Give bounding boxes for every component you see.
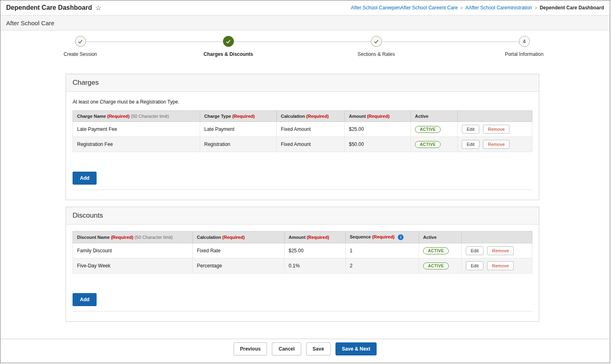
- column-header-charge-type: Charge Type (Required): [200, 111, 277, 122]
- discount-name-cell: Family Discount: [73, 243, 193, 258]
- discounts-add-row: Add: [73, 293, 532, 306]
- status-badge: ACTIVE: [423, 247, 449, 254]
- amount-cell: $25.00: [285, 243, 346, 258]
- sequence-cell: 1: [346, 243, 419, 258]
- breadcrumb-separator-icon: >: [535, 5, 537, 10]
- column-label: Amount: [289, 235, 306, 240]
- app-window: Dependent Care Dashboard ☆ After School …: [0, 0, 610, 363]
- charges-table: Charge Name (Required) (50 Character lim…: [73, 110, 532, 152]
- active-cell: ACTIVE: [419, 258, 462, 274]
- status-badge: ACTIVE: [415, 126, 441, 133]
- column-label: Calculation: [281, 114, 305, 119]
- add-charge-button[interactable]: Add: [73, 172, 97, 185]
- previous-button[interactable]: Previous: [234, 342, 267, 355]
- edit-button[interactable]: Edit: [466, 261, 483, 270]
- column-header-actions: [458, 111, 532, 122]
- required-flag: (Required): [307, 235, 329, 240]
- stepper-connector-line: [80, 42, 524, 42]
- status-badge: ACTIVE: [423, 263, 449, 269]
- column-header-charge-name: Charge Name (Required) (50 Character lim…: [73, 111, 200, 122]
- column-label: Charge Type: [204, 114, 231, 119]
- sequence-info-icon[interactable]: i: [398, 234, 404, 240]
- breadcrumb-link-2[interactable]: AAfter School Careministration: [465, 5, 532, 11]
- column-header-sequence: Sequence (Required) i: [346, 232, 419, 243]
- char-limit-note: (50 Character limit): [131, 114, 169, 119]
- remove-button[interactable]: Remove: [483, 140, 510, 149]
- top-bar: Dependent Care Dashboard ☆ After School …: [0, 0, 610, 15]
- charges-header-row: Charge Name (Required) (50 Character lim…: [73, 111, 532, 122]
- calculation-cell: Fixed Rate: [193, 243, 285, 258]
- charges-card-body: At least one Charge must be a Registrati…: [66, 92, 539, 200]
- column-header-active: Active: [419, 232, 462, 243]
- required-flag: (Required): [367, 114, 390, 119]
- column-label: Amount: [349, 114, 366, 119]
- edit-button[interactable]: Edit: [462, 140, 479, 149]
- column-header-discount-name: Discount Name (Required) (50 Character l…: [73, 232, 193, 243]
- column-header-active: Active: [411, 111, 458, 122]
- required-flag: (Required): [232, 114, 255, 119]
- column-header-calculation: Calculation (Required): [277, 111, 345, 122]
- column-label: Discount Name: [77, 235, 110, 240]
- actions-cell: Edit Remove: [458, 122, 532, 137]
- cancel-button[interactable]: Cancel: [272, 342, 301, 355]
- breadcrumb-current: Dependent Care Dashboard: [540, 5, 604, 11]
- step-portal-information[interactable]: 4 Portal Information: [475, 36, 573, 57]
- discount-name-cell: Five-Day Week: [73, 258, 193, 274]
- edit-button[interactable]: Edit: [466, 246, 483, 255]
- charges-card: Charges At least one Charge must be a Re…: [66, 74, 539, 200]
- column-label: Charge Name: [77, 114, 106, 119]
- discounts-header-row: Discount Name (Required) (50 Character l…: [73, 232, 532, 243]
- section-header: After School Care: [0, 15, 610, 31]
- step-label: Charges & Discounts: [179, 51, 277, 57]
- add-discount-button[interactable]: Add: [73, 293, 97, 306]
- column-label: Sequence: [350, 234, 371, 239]
- charge-name-cell: Registration Fee: [73, 137, 200, 152]
- title-wrap: Dependent Care Dashboard ☆: [6, 4, 101, 11]
- column-header-calculation: Calculation (Required): [193, 232, 285, 243]
- step-label: Create Session: [31, 51, 129, 57]
- charge-type-cell: Registration: [200, 137, 277, 152]
- table-row: Late Payment Fee Late Payment Fixed Amou…: [73, 122, 532, 137]
- calculation-cell: Fixed Amount: [277, 137, 345, 152]
- breadcrumb: After School CareepenAfter School Careen…: [351, 5, 604, 11]
- remove-button[interactable]: Remove: [483, 125, 510, 134]
- step-charges-discounts[interactable]: Charges & Discounts: [179, 36, 277, 57]
- amount-cell: 0.1%: [285, 258, 346, 274]
- required-flag: (Required): [306, 114, 329, 119]
- breadcrumb-separator-icon: >: [460, 5, 463, 10]
- actions-cell: Edit Remove: [462, 243, 532, 258]
- table-row: Registration Fee Registration Fixed Amou…: [73, 137, 532, 152]
- step-number: 4: [519, 36, 530, 47]
- required-flag: (Required): [107, 114, 130, 119]
- step-complete-check-icon: [371, 36, 382, 47]
- discounts-table-panel: Discount Name (Required) (50 Character l…: [73, 231, 532, 311]
- table-row: Family Discount Fixed Rate $25.00 1 ACTI…: [73, 243, 532, 258]
- discounts-card: Discounts Discount Name (Required) (50 C…: [66, 207, 539, 322]
- discounts-card-body: Discount Name (Required) (50 Character l…: [66, 225, 539, 321]
- calculation-cell: Fixed Amount: [277, 122, 345, 137]
- remove-button[interactable]: Remove: [487, 246, 514, 255]
- column-header-actions: [462, 232, 532, 243]
- step-sections-rates[interactable]: Sections & Rates: [327, 36, 425, 57]
- column-header-amount: Amount (Required): [345, 111, 411, 122]
- save-and-next-button[interactable]: Save & Next: [335, 342, 377, 355]
- breadcrumb-link-1[interactable]: After School CareepenAfter School Careen…: [351, 5, 458, 11]
- active-cell: ACTIVE: [419, 243, 462, 258]
- charge-name-cell: Late Payment Fee: [73, 122, 200, 137]
- step-current-check-icon: [223, 36, 234, 47]
- sequence-cell: 2: [346, 258, 419, 274]
- discounts-card-title: Discounts: [66, 207, 539, 225]
- column-label: Active: [423, 235, 437, 240]
- column-label: Calculation: [197, 235, 221, 240]
- favorite-star-icon[interactable]: ☆: [95, 4, 101, 11]
- step-create-session[interactable]: Create Session: [31, 36, 129, 57]
- remove-button[interactable]: Remove: [487, 261, 514, 270]
- charge-type-cell: Late Payment: [200, 122, 277, 137]
- required-flag: (Required): [111, 235, 133, 240]
- status-badge: ACTIVE: [415, 141, 441, 148]
- page-title: Dependent Care Dashboard: [6, 4, 92, 11]
- char-limit-note: (50 Character limit): [135, 235, 173, 240]
- save-button[interactable]: Save: [306, 342, 331, 355]
- actions-cell: Edit Remove: [458, 137, 532, 152]
- edit-button[interactable]: Edit: [462, 125, 479, 134]
